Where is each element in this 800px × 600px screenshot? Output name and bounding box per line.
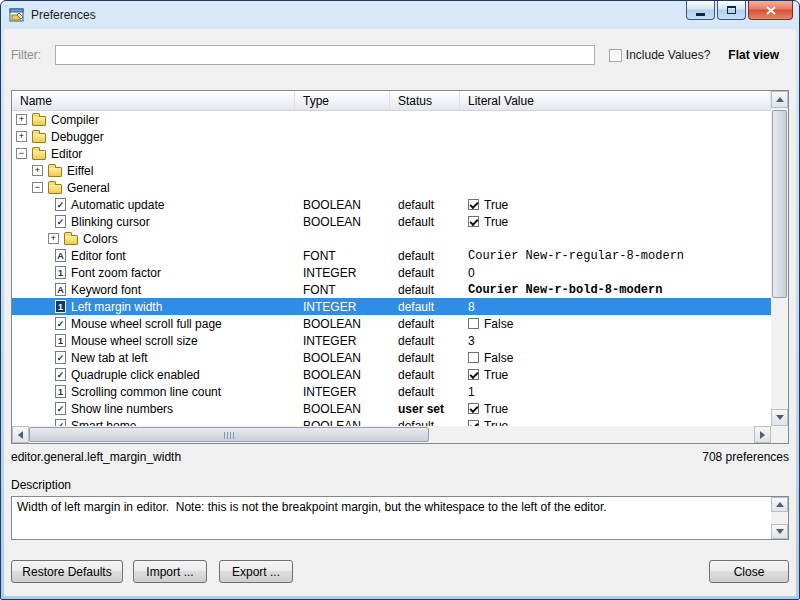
tree-row[interactable]: +Colors [12, 230, 771, 247]
tree-row[interactable]: ✓New tab at leftBOOLEANdefaultFalse [12, 349, 771, 366]
pref-type: BOOLEAN [295, 402, 390, 416]
horizontal-scroll-thumb[interactable] [29, 427, 429, 442]
pref-name: Blinking cursor [71, 215, 150, 229]
horizontal-scroll-track[interactable] [29, 426, 754, 443]
pref-status: default [390, 317, 460, 331]
tree-row[interactable]: 1Left margin widthINTEGERdefault8 [12, 298, 771, 315]
tree-row[interactable]: ✓Blinking cursorBOOLEANdefaultTrue [12, 213, 771, 230]
pref-value: 3 [468, 334, 475, 348]
pref-name: General [67, 181, 110, 195]
horizontal-scrollbar[interactable] [12, 426, 771, 443]
tree-row[interactable]: 1Mouse wheel scroll sizeINTEGERdefault3 [12, 332, 771, 349]
restore-defaults-button[interactable]: Restore Defaults [11, 560, 123, 583]
expand-icon[interactable]: + [48, 233, 59, 244]
import-button[interactable]: Import ... [133, 560, 207, 583]
tree-row[interactable]: +Compiler [12, 111, 771, 128]
tree-row[interactable]: AKeyword fontFONTdefaultCourier New-r-bo… [12, 281, 771, 298]
description-box: Width of left margin in editor. Note: th… [11, 496, 789, 540]
tree-row[interactable]: ✓Mouse wheel scroll full pageBOOLEANdefa… [12, 315, 771, 332]
folder-icon [48, 184, 62, 194]
status-row: editor.general.left_margin_width 708 pre… [11, 450, 789, 466]
scroll-left-button[interactable] [12, 426, 29, 443]
pref-name: Smart home [71, 419, 136, 427]
tree-row[interactable]: 1Font zoom factorINTEGERdefault0 [12, 264, 771, 281]
arrow-right-icon [760, 431, 765, 439]
pref-value: 1 [468, 385, 475, 399]
dialog-body: Filter: Include Values? Flat view Name T… [4, 29, 796, 596]
grid-header: Name Type Status Literal Value [12, 91, 771, 111]
tree-row[interactable]: +Debugger [12, 128, 771, 145]
value-checkbox[interactable] [468, 369, 479, 380]
close-window-button[interactable] [748, 1, 793, 20]
pref-name: Debugger [51, 130, 104, 144]
value-checkbox[interactable] [468, 199, 479, 210]
flat-view-button[interactable]: Flat view [728, 48, 779, 62]
value-checkbox[interactable] [468, 403, 479, 414]
expand-icon[interactable]: + [16, 131, 27, 142]
export-button[interactable]: Export ... [219, 560, 293, 583]
include-values-checkbox[interactable] [609, 49, 622, 62]
bool-pref-icon: ✓ [55, 198, 66, 211]
tree-row[interactable]: ✓Smart homeBOOLEANdefaultTrue [12, 417, 771, 426]
arrow-up-icon [776, 97, 784, 102]
vertical-scroll-thumb[interactable] [772, 110, 787, 298]
description-scrollbar[interactable] [771, 497, 788, 539]
pref-type: FONT [295, 283, 390, 297]
column-header-type[interactable]: Type [295, 91, 390, 110]
close-icon [766, 6, 776, 15]
collapse-icon[interactable]: − [32, 182, 43, 193]
scroll-down-button[interactable] [771, 409, 788, 426]
selected-preference-path: editor.general.left_margin_width [11, 450, 181, 466]
int-pref-icon: 1 [55, 300, 66, 313]
pref-name: Eiffel [67, 164, 93, 178]
column-header-literal-value[interactable]: Literal Value [460, 91, 771, 110]
tree-row[interactable]: 1Scrolling common line countINTEGERdefau… [12, 383, 771, 400]
scroll-right-button[interactable] [754, 426, 771, 443]
pref-name: Scrolling common line count [71, 385, 221, 399]
expand-icon[interactable]: + [32, 165, 43, 176]
pref-status: default [390, 249, 460, 263]
pref-value: True [484, 368, 508, 382]
font-pref-icon: A [55, 283, 66, 296]
int-pref-icon: 1 [55, 334, 66, 347]
filter-input[interactable] [55, 45, 595, 65]
tree-row[interactable]: −General [12, 179, 771, 196]
tree-row[interactable]: AEditor fontFONTdefaultCourier New-r-reg… [12, 247, 771, 264]
folder-icon [32, 116, 46, 126]
pref-name: Editor [51, 147, 82, 161]
tree-row[interactable]: ✓Show line numbersBOOLEANuser setTrue [12, 400, 771, 417]
vertical-scroll-track[interactable] [771, 108, 788, 409]
pref-status: default [390, 283, 460, 297]
value-checkbox[interactable] [468, 216, 479, 227]
tree-row[interactable]: ✓Automatic updateBOOLEANdefaultTrue [12, 196, 771, 213]
description-scroll-down-button[interactable] [771, 524, 788, 539]
close-button[interactable]: Close [709, 560, 789, 583]
vertical-scrollbar[interactable] [771, 91, 788, 426]
column-header-status[interactable]: Status [390, 91, 460, 110]
column-header-name[interactable]: Name [12, 91, 295, 110]
preferences-icon[interactable] [9, 7, 25, 23]
value-checkbox[interactable] [468, 318, 479, 329]
pref-status: default [390, 198, 460, 212]
pref-value: True [484, 402, 508, 416]
value-checkbox[interactable] [468, 352, 479, 363]
bool-pref-icon: ✓ [55, 419, 66, 426]
titlebar[interactable]: Preferences [1, 1, 799, 29]
folder-icon [64, 235, 78, 245]
tree-row[interactable]: ✓Quadruple click enabledBOOLEANdefaultTr… [12, 366, 771, 383]
bool-pref-icon: ✓ [55, 351, 66, 364]
tree-row[interactable]: −Editor [12, 145, 771, 162]
tree-row[interactable]: +Eiffel [12, 162, 771, 179]
bool-pref-icon: ✓ [55, 368, 66, 381]
maximize-button[interactable] [717, 1, 746, 20]
pref-name: Mouse wheel scroll size [71, 334, 198, 348]
scroll-up-button[interactable] [771, 91, 788, 108]
pref-value: False [484, 351, 513, 365]
minimize-button[interactable] [686, 1, 715, 20]
expand-icon[interactable]: + [16, 114, 27, 125]
description-scroll-up-button[interactable] [771, 497, 788, 512]
pref-name: Automatic update [71, 198, 164, 212]
include-values-label: Include Values? [626, 48, 711, 62]
pref-name: Show line numbers [71, 402, 173, 416]
collapse-icon[interactable]: − [16, 148, 27, 159]
